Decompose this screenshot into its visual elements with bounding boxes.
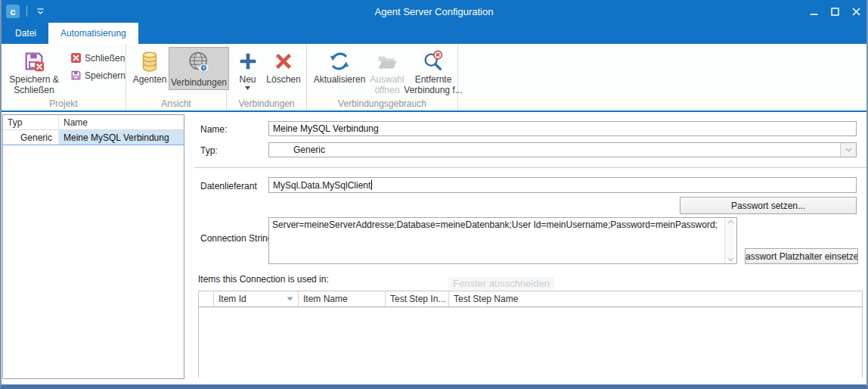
ribbon-tabs: Datei Automatisierung (2, 23, 866, 44)
maximize-button[interactable] (824, 0, 845, 23)
loeschen-button[interactable]: Löschen (264, 47, 303, 87)
ribbon-group-ansicht: Agenten Verbindungen Ansicht (126, 44, 227, 110)
save-close-label-line2: Schließen (14, 85, 54, 95)
database-icon (138, 50, 161, 73)
typ-label: Typ: (200, 145, 218, 156)
ribbon: Speichern & Schließen Schließen (2, 44, 866, 112)
neu-dropdown-icon (245, 86, 250, 90)
titlebar-separator (26, 6, 27, 17)
close-red-icon (70, 52, 82, 64)
tab-automatisierung[interactable]: Automatisierung (48, 23, 138, 44)
grid-body-empty[interactable] (199, 307, 862, 378)
connection-typ-cell: Generic (3, 130, 59, 145)
group-label-verbindungsgebrauch: Verbindungsgebrauch (307, 98, 457, 109)
items-used-in-label: Items this Connection is used in: (198, 274, 329, 285)
grid-row-indicator-column (199, 291, 214, 307)
text-caret (371, 180, 372, 190)
connection-string-label: Connection String (200, 233, 272, 244)
save-project-button[interactable]: Speichern (68, 69, 128, 82)
grid-header-test-step-index[interactable]: Test Step In... (386, 291, 449, 307)
datenlieferant-input[interactable]: MySql.Data.MySqlClient (268, 177, 857, 193)
entfernte-label-line1: Entfernte (415, 74, 452, 85)
neu-label: Neu (239, 74, 256, 85)
app-window: c Agent Server Configuration Datei Autom… (0, 0, 868, 389)
group-label-ansicht: Ansicht (126, 98, 226, 109)
auswahl-label-line2: öffnen (374, 85, 399, 95)
passwort-setzen-button[interactable]: Passwort setzen... (680, 197, 857, 214)
column-header-typ[interactable]: Typ (3, 115, 59, 129)
plus-icon (237, 50, 259, 73)
connection-detail-form: Name: Typ: Generic Datenlieferant MySql.… (193, 112, 866, 383)
usage-grid: Item Id Item Name Test Step In... Test S… (198, 291, 863, 378)
item-id-header-label: Item Id (219, 294, 246, 304)
open-folder-icon (376, 50, 398, 73)
delete-x-icon (272, 50, 295, 73)
main-area: Typ Name Generic Meine MySQL Verbindung … (2, 112, 866, 383)
verbindungen-view-button[interactable]: Verbindungen (169, 47, 229, 90)
save-project-label: Speichern (85, 70, 126, 81)
agenten-button[interactable]: Agenten (131, 47, 169, 87)
datenlieferant-label: Datenlieferant (200, 181, 257, 191)
scroll-down-icon (727, 257, 734, 262)
app-icon[interactable]: c (6, 5, 20, 18)
item-name-header-label: Item Name (303, 294, 348, 304)
entfernte-verbindung-button[interactable]: Entfernte Verbindung f... (407, 47, 460, 98)
snip-watermark: Fenster ausschneiden (448, 277, 554, 290)
aktualisieren-label: Aktualisieren (314, 74, 366, 85)
grid-header-test-step-name[interactable]: Test Step Name (449, 291, 862, 307)
test-step-index-header-label: Test Step In... (390, 294, 445, 304)
combo-chevron-icon[interactable] (840, 143, 856, 157)
save-floppy-icon (70, 70, 82, 81)
ribbon-group-verbindungsgebrauch: Aktualisieren Auswahl öffnen (307, 44, 458, 110)
name-input[interactable] (268, 121, 857, 136)
connection-string-textarea[interactable]: Server=meineServerAddresse;Database=mein… (268, 217, 737, 264)
window-title: Agent Server Configuration (2, 6, 866, 17)
tab-datei[interactable]: Datei (3, 23, 48, 44)
loeschen-label: Löschen (266, 74, 300, 85)
save-and-close-button[interactable]: Speichern & Schließen (6, 47, 62, 98)
passwort-platzhalter-button[interactable]: Passwort Platzhalter einsetzen (745, 248, 858, 264)
name-label: Name: (200, 124, 227, 135)
group-label-verbindungen: Verbindungen (227, 98, 306, 109)
save-close-icon (23, 50, 45, 73)
grid-header-item-id[interactable]: Item Id (214, 291, 299, 307)
close-project-label: Schließen (85, 53, 125, 64)
agenten-label: Agenten (133, 74, 167, 85)
quick-access-dropdown-icon[interactable] (34, 5, 46, 17)
entfernte-label-line2: Verbindung f... (404, 85, 462, 95)
ribbon-group-projekt: Speichern & Schließen Schließen (2, 44, 126, 110)
datenlieferant-value: MySql.Data.MySqlClient (273, 180, 370, 191)
typ-combobox-value: Generic (269, 145, 325, 155)
verbindungen-view-label: Verbindungen (171, 77, 227, 88)
column-header-name[interactable]: Name (59, 115, 184, 129)
form-separator (195, 167, 866, 168)
search-remove-icon (422, 50, 445, 73)
filter-arrow-icon[interactable] (287, 294, 293, 301)
connection-name-cell: Meine MySQL Verbindung (59, 130, 184, 145)
title-bar: c Agent Server Configuration (2, 0, 866, 23)
test-step-name-header-label: Test Step Name (454, 294, 518, 304)
typ-combobox[interactable]: Generic (268, 142, 857, 157)
aktualisieren-button[interactable]: Aktualisieren (312, 47, 367, 87)
close-button[interactable] (845, 0, 866, 23)
minimize-button[interactable] (803, 0, 824, 23)
connection-string-scrollbar[interactable] (724, 218, 736, 263)
connection-list-row[interactable]: Generic Meine MySQL Verbindung (3, 130, 184, 145)
connections-list-panel: Typ Name Generic Meine MySQL Verbindung (2, 114, 184, 379)
neu-button[interactable]: Neu (231, 47, 264, 92)
auswahl-label-line1: Auswahl (370, 74, 404, 85)
ribbon-group-verbindungen: Neu Löschen Verbindungen (227, 44, 307, 110)
scroll-up-icon (727, 219, 734, 224)
connection-string-value: Server=meineServerAddresse;Database=mein… (269, 218, 724, 263)
globe-icon (186, 50, 212, 76)
save-close-label-line1: Speichern & (9, 74, 58, 85)
group-label-projekt: Projekt (2, 98, 126, 109)
close-project-button[interactable]: Schließen (68, 51, 128, 64)
grid-header-item-name[interactable]: Item Name (299, 291, 386, 307)
refresh-icon (328, 50, 351, 73)
auswahl-oeffnen-button: Auswahl öffnen (367, 47, 407, 98)
